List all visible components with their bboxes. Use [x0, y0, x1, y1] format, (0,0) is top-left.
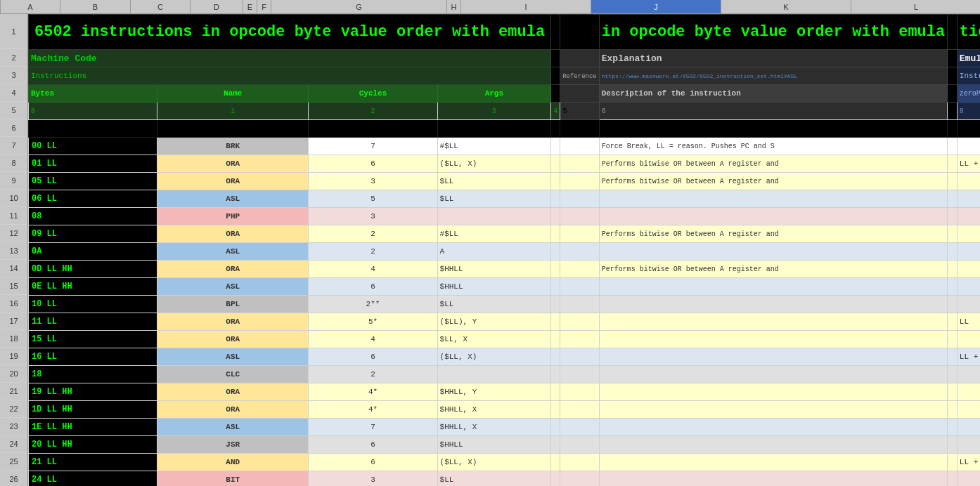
row-num-4[interactable]: 4: [0, 84, 27, 102]
r22-cycles: 4*: [309, 401, 437, 419]
r24-zpwa: [957, 436, 980, 454]
row-num-3[interactable]: 3: [0, 67, 27, 84]
r12-f: [560, 225, 600, 243]
expl-col1: [560, 85, 600, 103]
r22-bytes: 1D LL HH: [29, 401, 157, 419]
r11-expl: [599, 208, 947, 225]
expl-label: Explanation: [602, 53, 662, 64]
col-header-b[interactable]: B: [60, 0, 131, 13]
col-header-g[interactable]: G: [271, 0, 447, 13]
col-header-k[interactable]: K: [721, 0, 851, 13]
row-num-24[interactable]: 24: [0, 435, 27, 453]
col-args: Args: [437, 85, 551, 103]
row-num-10[interactable]: 10: [0, 190, 27, 207]
num-2: 2: [309, 103, 437, 120]
r25-h: [948, 454, 958, 471]
row-num-26[interactable]: 26: [0, 471, 27, 486]
r10-e: [551, 190, 560, 208]
col-header-a[interactable]: A: [1, 0, 60, 13]
row-num-20[interactable]: 20: [0, 365, 27, 383]
r25-cycles: 6: [309, 454, 437, 471]
r19-zpwa: LL + X: [957, 348, 980, 366]
num-8: 8: [957, 103, 980, 120]
r11-cycles: 3: [309, 208, 437, 225]
r18-name: ORA: [157, 331, 309, 348]
row-num-15[interactable]: 15: [0, 277, 27, 295]
r9-bytes: 05 LL: [29, 173, 157, 190]
col-header-l[interactable]: L: [851, 0, 980, 13]
r19-f: [560, 348, 600, 366]
r24-args: $HHLL: [437, 436, 551, 454]
r13-f: [560, 243, 600, 261]
col-header-f[interactable]: F: [257, 0, 271, 13]
col-header-c[interactable]: C: [131, 0, 191, 13]
row-num-14[interactable]: 14: [0, 260, 27, 277]
r8-args: ($LL, X): [437, 155, 551, 173]
r8-f: [560, 155, 600, 173]
r16-zpwa: [957, 296, 980, 313]
r20-expl: [599, 366, 947, 383]
row-num-11[interactable]: 11: [0, 207, 27, 225]
row-num-7[interactable]: 7: [0, 137, 27, 155]
r21-f: [560, 383, 600, 401]
r7-args: #$LL: [437, 138, 551, 155]
r9-name: ORA: [157, 173, 309, 190]
row-num-9[interactable]: 9: [0, 172, 27, 190]
col-header-e[interactable]: E: [243, 0, 257, 13]
row-num-6[interactable]: 6: [0, 119, 27, 137]
row-num-8[interactable]: 8: [0, 155, 27, 172]
row-num-19[interactable]: 19: [0, 348, 27, 365]
row-18: 15 LL ORA 4 $LL, X (LL + X) & 0xFF A | r…: [29, 331, 981, 348]
r22-args: $HHLL, X: [437, 401, 551, 419]
row-num-25[interactable]: 25: [0, 453, 27, 471]
r15-name: ASL: [157, 278, 309, 296]
r23-args: $HHLL, X: [437, 419, 551, 436]
row-num-18[interactable]: 18: [0, 330, 27, 348]
row-num-22[interactable]: 22: [0, 400, 27, 418]
r8-bytes: 01 LL: [29, 155, 157, 173]
col-header-h[interactable]: H: [447, 0, 461, 13]
r18-zpwa: [957, 331, 980, 348]
r9-args: $LL: [437, 173, 551, 190]
title-expl-text: in opcode byte value order with emula: [602, 23, 945, 41]
row-num-1[interactable]: 1: [0, 14, 27, 49]
row-num-17[interactable]: 17: [0, 313, 27, 330]
col-cycles: Cycles: [309, 85, 437, 103]
col-header-d[interactable]: D: [191, 0, 243, 13]
r8-expl: Performs bitwise OR between A register a…: [599, 155, 947, 173]
row-num-13[interactable]: 13: [0, 242, 27, 260]
row-num-23[interactable]: 23: [0, 418, 27, 435]
empty-c: [309, 120, 437, 138]
sep4: [948, 67, 958, 85]
row-20: 18 CLC 2: [29, 366, 981, 383]
r26-zpwa: [957, 471, 980, 487]
r23-h: [948, 419, 958, 436]
title-emul-text: tion: [960, 23, 980, 41]
r15-h: [948, 278, 958, 296]
row-num-21[interactable]: 21: [0, 383, 27, 400]
row-num-5[interactable]: 5: [0, 102, 27, 119]
r7-bytes: 00 LL: [29, 138, 157, 155]
col-header-j[interactable]: J: [591, 0, 721, 13]
r23-f: [560, 419, 600, 436]
r16-expl: [599, 296, 947, 313]
r17-name: ORA: [157, 313, 309, 331]
expl-col-desc: Description of the instruction: [599, 85, 947, 103]
r24-h: [948, 436, 958, 454]
r21-zpwa: [957, 383, 980, 401]
r26-bytes: 24 LL: [29, 471, 157, 487]
row-num-2[interactable]: 2: [0, 49, 27, 67]
r15-args: $HHLL: [437, 278, 551, 296]
row-num-12[interactable]: 12: [0, 225, 27, 242]
row-num-16[interactable]: 16: [0, 295, 27, 313]
r9-f: [560, 173, 600, 190]
r11-bytes: 08: [29, 208, 157, 225]
r24-expl: [599, 436, 947, 454]
r7-expl: Force Break, LL = reason. Pushes PC and …: [599, 138, 947, 155]
r17-h: [948, 313, 958, 331]
r21-name: ORA: [157, 383, 309, 401]
col-header-i[interactable]: I: [461, 0, 591, 13]
data-table: 6502 instructions in opcode byte value o…: [28, 14, 980, 486]
r22-f: [560, 401, 600, 419]
row-1-title: 6502 instructions in opcode byte value o…: [29, 15, 981, 50]
